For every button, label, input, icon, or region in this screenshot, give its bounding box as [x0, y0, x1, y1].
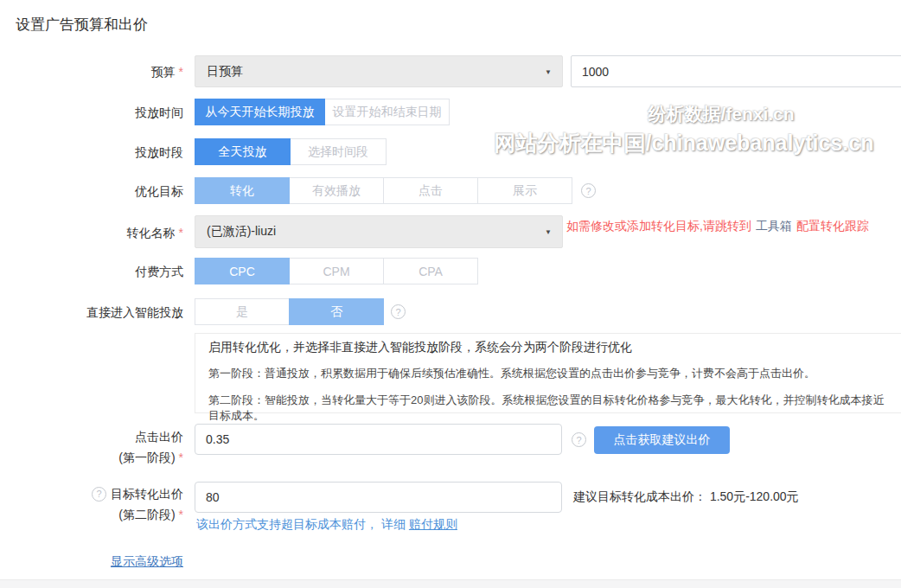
- toolbox-link[interactable]: 工具箱: [756, 219, 792, 233]
- compensation-note: 该出价方式支持超目标成本赔付， 详细赔付规则: [196, 517, 457, 533]
- target-bid-help-icon[interactable]: ?: [92, 487, 106, 502]
- schedule-option-set-dates[interactable]: 设置开始和结束日期: [324, 99, 450, 125]
- smart-delivery-option-no[interactable]: 否: [289, 298, 384, 325]
- optimization-goal-help-icon[interactable]: ?: [581, 183, 596, 198]
- optimization-goal-label: 优化目标: [0, 184, 183, 199]
- schedule-segment: 从今天开始长期投放 设置开始和结束日期: [195, 99, 450, 125]
- budget-type-value: 日预算: [207, 64, 243, 80]
- compensation-rules-link[interactable]: 赔付规则: [409, 517, 457, 531]
- payment-method-label: 付费方式: [0, 265, 183, 279]
- bottom-strip: [0, 579, 901, 588]
- info-line2: 第一阶段：普通投放，积累数据用于确保后续预估准确性。系统根据您设置的点击出价参与…: [208, 366, 893, 381]
- conversion-name-label-text: 转化名称: [127, 226, 176, 240]
- get-suggested-bid-button[interactable]: 点击获取建议出价: [594, 426, 730, 454]
- required-asterisk: *: [179, 451, 183, 464]
- smart-delivery-segment: 是 否: [195, 298, 384, 325]
- budget-label: 预算*: [0, 65, 183, 80]
- two-stage-info-box: 启用转化优化，并选择非直接进入智能投放阶段，系统会分为两个阶段进行优化 第一阶段…: [195, 333, 901, 413]
- info-line3: 第二阶段：智能投放，当转化量大于等于20则进入该阶段。系统根据您设置的目标转化价…: [208, 393, 893, 424]
- optimization-goal-segment: 转化 有效播放 点击 展示: [195, 177, 572, 204]
- smart-delivery-label: 直接进入智能投放: [0, 305, 183, 320]
- conversion-name-label: 转化名称*: [0, 226, 183, 240]
- budget-type-select[interactable]: 日预算 ▼: [195, 55, 563, 87]
- time-period-label: 投放时段: [0, 145, 183, 160]
- dropdown-caret-icon: ▼: [545, 67, 552, 75]
- watermark-line2: 网站分析在中国/chinawebanalytics.cn: [495, 129, 874, 157]
- smart-delivery-help-icon[interactable]: ?: [391, 304, 406, 319]
- budget-amount-input[interactable]: [571, 55, 901, 87]
- target-bid-label-text: 目标转化出价: [111, 487, 183, 502]
- time-period-option-all-day[interactable]: 全天投放: [195, 138, 291, 165]
- budget-bid-settings-page: 设置广告预算和出价 纷析数据/fenxi.cn 网站分析在中国/chinaweb…: [0, 0, 901, 588]
- click-bid-label-stage: (第一阶段)*: [0, 451, 183, 465]
- goal-option-click[interactable]: 点击: [383, 177, 478, 204]
- payment-option-cpc[interactable]: CPC: [195, 258, 290, 284]
- suggested-cost-text: 建议目标转化成本出价： 1.50元-120.00元: [573, 489, 799, 505]
- conversion-note-text: 如需修改或添加转化目标,请跳转到: [566, 219, 751, 233]
- info-line1: 启用转化优化，并选择非直接进入智能投放阶段，系统会分为两个阶段进行优化: [208, 340, 893, 355]
- configure-tracking-link[interactable]: 配置转化跟踪: [796, 219, 869, 233]
- target-bid-stage-text: (第二阶段): [118, 508, 175, 521]
- payment-method-segment: CPC CPM CPA: [195, 258, 478, 284]
- time-period-option-select[interactable]: 选择时间段: [290, 138, 387, 165]
- target-bid-label-stage: (第二阶段)*: [0, 508, 183, 522]
- payment-option-cpa[interactable]: CPA: [383, 258, 478, 284]
- conversion-name-value: (已激活)-liuzi: [207, 224, 276, 240]
- conversion-name-select[interactable]: (已激活)-liuzi ▼: [195, 215, 563, 248]
- goal-option-impression[interactable]: 展示: [477, 177, 572, 204]
- schedule-label: 投放时间: [0, 105, 183, 120]
- required-asterisk: *: [179, 508, 183, 521]
- click-bid-stage-text: (第一阶段): [118, 451, 175, 464]
- target-bid-label: ? 目标转化出价: [0, 487, 183, 502]
- required-asterisk: *: [179, 65, 183, 79]
- compensation-note-text: 该出价方式支持超目标成本赔付， 详细: [196, 517, 406, 531]
- target-bid-input[interactable]: [195, 482, 562, 513]
- click-bid-label: 点击出价: [0, 430, 183, 444]
- click-bid-help-icon[interactable]: ?: [572, 432, 586, 447]
- click-bid-input[interactable]: [195, 424, 562, 455]
- show-advanced-options-link[interactable]: 显示高级选项: [111, 554, 183, 570]
- dropdown-caret-icon: ▼: [545, 228, 552, 236]
- page-title: 设置广告预算和出价: [16, 15, 148, 35]
- budget-label-text: 预算: [151, 65, 176, 79]
- schedule-option-long-term[interactable]: 从今天开始长期投放: [195, 99, 325, 125]
- time-period-segment: 全天投放 选择时间段: [195, 138, 387, 165]
- goal-option-conversion[interactable]: 转化: [195, 177, 290, 204]
- watermark-line1: 纷析数据/fenxi.cn: [648, 102, 794, 126]
- goal-option-valid-play[interactable]: 有效播放: [289, 177, 384, 204]
- required-asterisk: *: [179, 226, 183, 240]
- payment-option-cpm[interactable]: CPM: [289, 258, 384, 284]
- conversion-note: 如需修改或添加转化目标,请跳转到工具箱配置转化跟踪: [566, 219, 869, 234]
- smart-delivery-option-yes[interactable]: 是: [195, 298, 290, 325]
